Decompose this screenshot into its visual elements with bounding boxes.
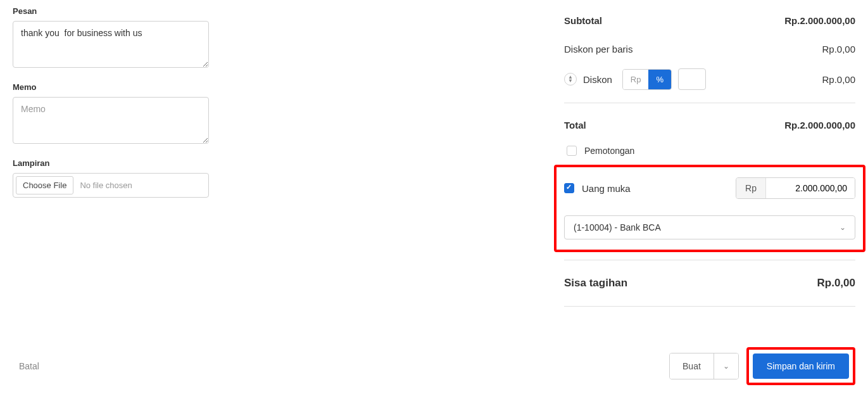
diskon-stepper-icon[interactable]: ▲▼ xyxy=(564,73,577,86)
diskon-amount-input[interactable] xyxy=(678,68,706,90)
chevron-down-icon: ⌄ xyxy=(723,362,729,371)
total-value: Rp.2.000.000,00 xyxy=(784,120,855,130)
subtotal-label: Subtotal xyxy=(564,15,602,26)
uang-muka-highlight: Uang muka Rp (1-10004) - Bank BCA ⌄ xyxy=(554,165,865,252)
uang-muka-input[interactable] xyxy=(766,178,855,198)
divider xyxy=(564,103,855,103)
pemotongan-checkbox[interactable] xyxy=(567,146,577,156)
pesan-label: Pesan xyxy=(13,6,266,16)
chevron-down-icon: ⌄ xyxy=(840,223,846,232)
uang-muka-prefix: Rp xyxy=(736,178,766,198)
file-status-text: No file chosen xyxy=(80,181,132,190)
buat-button[interactable]: Buat xyxy=(670,353,714,379)
bank-selected-text: (1-10004) - Bank BCA xyxy=(574,222,661,232)
footer-bar: Batal Buat ⌄ Simpan dan kirim xyxy=(0,334,868,401)
summary-panel: Subtotal Rp.2.000.000,00 Diskon per bari… xyxy=(564,6,855,314)
uang-muka-checkbox[interactable] xyxy=(564,183,574,193)
bank-account-select[interactable]: (1-10004) - Bank BCA ⌄ xyxy=(564,215,855,239)
diskon-baris-value: Rp.0,00 xyxy=(822,44,855,54)
divider xyxy=(564,306,855,307)
divider xyxy=(564,260,855,260)
choose-file-button[interactable]: Choose File xyxy=(16,176,73,194)
simpan-highlight: Simpan dan kirim xyxy=(746,347,855,385)
lampiran-label: Lampiran xyxy=(13,158,266,168)
diskon-percent-button[interactable]: % xyxy=(648,70,671,89)
sisa-tagihan-label: Sisa tagihan xyxy=(564,277,627,290)
left-form-column: Pesan Memo Lampiran Choose File No file … xyxy=(13,6,266,314)
diskon-unit-toggle: Rp % xyxy=(622,69,672,90)
batal-link[interactable]: Batal xyxy=(19,361,39,371)
diskon-baris-label: Diskon per baris xyxy=(564,44,632,54)
diskon-value: Rp.0,00 xyxy=(822,74,855,85)
diskon-label: Diskon xyxy=(583,74,612,85)
total-label: Total xyxy=(564,120,586,130)
diskon-rp-button[interactable]: Rp xyxy=(623,70,649,89)
file-input[interactable]: Choose File No file chosen xyxy=(13,173,209,198)
pesan-textarea[interactable] xyxy=(13,21,209,68)
memo-textarea[interactable] xyxy=(13,97,209,144)
uang-muka-label: Uang muka xyxy=(582,183,631,194)
pemotongan-label: Pemotongan xyxy=(584,146,634,156)
simpan-dan-kirim-button[interactable]: Simpan dan kirim xyxy=(753,353,849,379)
memo-label: Memo xyxy=(13,82,266,92)
buat-dropdown-toggle[interactable]: ⌄ xyxy=(714,353,738,379)
sisa-tagihan-value: Rp.0,00 xyxy=(817,277,855,290)
subtotal-value: Rp.2.000.000,00 xyxy=(784,15,855,26)
